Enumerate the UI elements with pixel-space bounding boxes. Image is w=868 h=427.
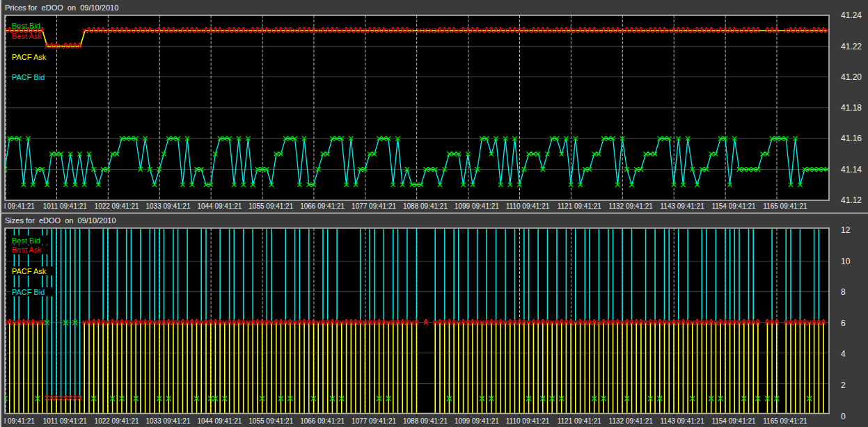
svg-text:1165 09:41:21: 1165 09:41:21 [763, 417, 807, 425]
svg-text:6: 6 [841, 319, 846, 328]
svg-text:1011 09:41:21: 1011 09:41:21 [43, 417, 88, 425]
svg-text:Best Ask: Best Ask [12, 32, 42, 40]
svg-text:PACF Bid: PACF Bid [12, 73, 45, 81]
svg-text:0: 0 [841, 412, 846, 421]
svg-text:Prices for eDOO on 09/10/20: Prices for eDOO on 09/10/2010 [5, 3, 118, 12]
svg-text:1099 09:41:21: 1099 09:41:21 [455, 417, 499, 425]
svg-text:1099 09:41:21: 1099 09:41:21 [455, 202, 499, 210]
svg-text:PACF Ask: PACF Ask [12, 267, 47, 275]
svg-text:1055 09:41:21: 1055 09:41:21 [248, 202, 293, 210]
svg-text:1033 09:41:21: 1033 09:41:21 [146, 417, 191, 425]
svg-text:1154 09:41:21: 1154 09:41:21 [711, 417, 756, 425]
svg-text:1143 09:41:21: 1143 09:41:21 [661, 417, 705, 425]
svg-text:12: 12 [841, 225, 851, 235]
svg-text:8: 8 [841, 287, 846, 297]
svg-text:1132 09:41:21: 1132 09:41:21 [609, 202, 654, 210]
svg-text:41.16: 41.16 [841, 134, 862, 143]
svg-text:1154 09:41:21: 1154 09:41:21 [711, 202, 756, 210]
svg-text:1132 09:41:21: 1132 09:41:21 [609, 417, 654, 425]
svg-text:1033 09:41:21: 1033 09:41:21 [146, 202, 191, 210]
svg-text:41.22: 41.22 [841, 42, 862, 51]
svg-text:2: 2 [841, 380, 846, 390]
svg-text:4: 4 [841, 349, 846, 359]
svg-text:Best Bid: Best Bid [12, 22, 40, 30]
svg-text:1022 09:41:21: 1022 09:41:21 [95, 202, 139, 210]
svg-text:41.14: 41.14 [841, 165, 862, 175]
svg-text:Best Bid: Best Bid [12, 236, 40, 245]
svg-text:1077 09:41:21: 1077 09:41:21 [352, 417, 396, 425]
svg-text:Sizes for eDOO on 09/10/201: Sizes for eDOO on 09/10/2010 [5, 216, 116, 225]
svg-text:1143 09:41:21: 1143 09:41:21 [661, 202, 705, 210]
svg-text:1055 09:41:21: 1055 09:41:21 [248, 417, 293, 425]
svg-text:1044 09:41:21: 1044 09:41:21 [197, 202, 242, 210]
svg-text:1011 09:41:21: 1011 09:41:21 [43, 202, 88, 210]
svg-text:1022 09:41:21: 1022 09:41:21 [95, 417, 139, 425]
svg-text:PACF Bid: PACF Bid [12, 288, 45, 296]
svg-text:1066 09:41:21: 1066 09:41:21 [300, 202, 345, 210]
svg-text:10: 10 [841, 257, 851, 266]
svg-text:41.18: 41.18 [841, 103, 862, 113]
svg-text:1110 09:41:21: 1110 09:41:21 [506, 202, 550, 210]
svg-text:PACF Ask: PACF Ask [12, 53, 47, 61]
svg-text:41.20: 41.20 [841, 72, 862, 82]
svg-text:41.24: 41.24 [841, 10, 862, 20]
svg-text:Best Ask: Best Ask [12, 245, 42, 254]
svg-text:1121 09:41:21: 1121 09:41:21 [558, 202, 602, 210]
svg-text:1044 09:41:21: 1044 09:41:21 [197, 417, 242, 425]
svg-text:1088 09:41:21: 1088 09:41:21 [403, 417, 448, 425]
svg-text:41.12: 41.12 [841, 195, 862, 205]
svg-text:1066 09:41:21: 1066 09:41:21 [300, 417, 345, 425]
svg-text:1121 09:41:21: 1121 09:41:21 [558, 417, 602, 425]
svg-text:l 09:41:21: l 09:41:21 [4, 202, 35, 210]
svg-text:1110 09:41:21: 1110 09:41:21 [506, 417, 550, 425]
svg-text:1165 09:41:21: 1165 09:41:21 [763, 202, 807, 210]
svg-text:1077 09:41:21: 1077 09:41:21 [352, 202, 396, 210]
svg-text:1088 09:41:21: 1088 09:41:21 [403, 202, 448, 210]
svg-text:l 09:41:21: l 09:41:21 [4, 417, 35, 425]
